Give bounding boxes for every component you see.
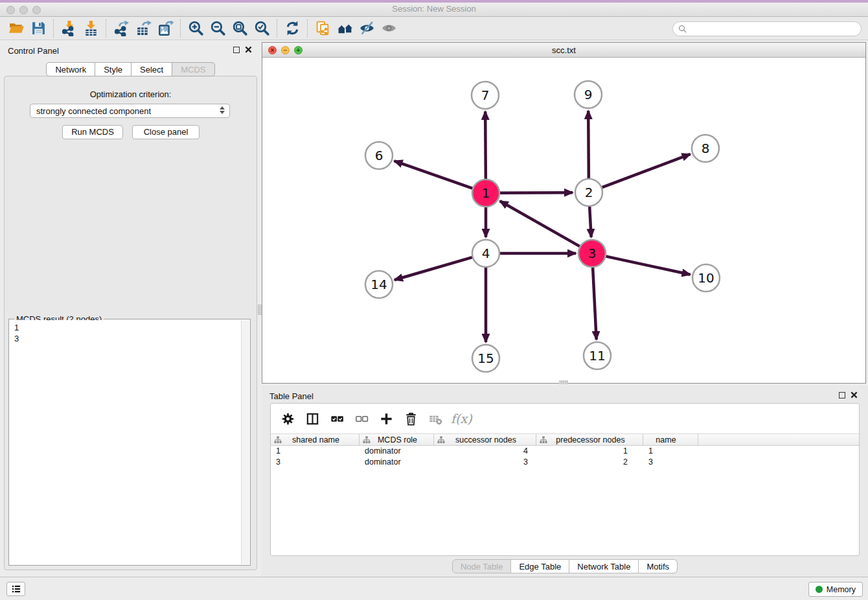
table-cell[interactable]: dominator [360,446,434,457]
run-mcds-button[interactable]: Run MCDS [62,125,123,139]
table-cell[interactable]: 3 [643,457,698,468]
table-cell[interactable]: dominator [360,457,434,468]
close-table-panel-icon[interactable] [851,391,858,398]
column-header-name[interactable]: name [643,434,698,445]
zoom-fit-button[interactable] [229,19,251,38]
accent-strip [0,0,868,3]
network-window-titlebar[interactable]: × − + scc.txt [262,43,865,58]
criterion-dropdown[interactable]: strongly connected component [30,104,230,118]
result-scrollbar[interactable] [241,320,249,564]
network-splitter-grip[interactable] [559,380,568,384]
export-image-button[interactable] [154,19,176,38]
zoom-selected-button[interactable] [251,19,273,38]
hide-network-button[interactable] [356,19,378,38]
graph-node-15[interactable]: 15 [472,345,499,372]
clone-network-button[interactable] [312,19,334,38]
search-box[interactable] [672,21,862,36]
column-header-predecessor-nodes[interactable]: predecessor nodes [536,434,643,445]
search-icon [678,25,687,33]
zoom-in-icon [188,20,204,36]
graph-node-10[interactable]: 10 [692,264,720,292]
table-row[interactable]: 1dominator411 [271,446,859,457]
table-settings-button[interactable] [277,408,298,429]
node-label-10: 10 [698,270,714,286]
graph-edge-3-10[interactable] [606,257,691,275]
graph-node-3[interactable]: 3 [578,240,606,267]
node-label-2: 2 [585,185,593,200]
table-cell[interactable]: 1 [536,446,643,457]
graph-edge-3-11[interactable] [593,268,597,340]
column-header-successor-nodes[interactable]: successor nodes [434,434,536,445]
save-session-button[interactable] [27,19,49,38]
zoom-fit-icon [232,20,248,36]
open-session-button[interactable] [5,19,27,38]
table-cell[interactable]: 3 [271,457,360,468]
export-network-button[interactable] [110,19,132,38]
import-table-button[interactable] [80,19,102,38]
delete-column-button[interactable] [400,408,421,429]
clone-network-icon [315,20,331,36]
table-cell[interactable]: 1 [643,446,698,457]
memory-button[interactable]: Memory [808,582,863,597]
graph-edge-2-9[interactable] [588,111,589,178]
table-tabbar: Node TableEdge TableNetwork TableMotifs [262,559,868,573]
graph-node-8[interactable]: 8 [692,135,719,162]
tab-motifs[interactable]: Motifs [639,559,678,573]
graph-edge-1-2[interactable] [500,192,573,193]
float-table-panel-icon[interactable] [839,392,845,398]
table-cell[interactable]: 3 [434,457,536,468]
tab-mcds[interactable]: MCDS [172,62,214,76]
network-canvas[interactable]: 7968124314101511 [262,58,865,384]
column-header-shared-name[interactable]: shared name [271,434,360,445]
zoom-in-button[interactable] [185,19,207,38]
graph-node-1[interactable]: 1 [472,179,499,207]
toggle-column-view-button[interactable] [302,408,323,429]
graph-edge-3-1[interactable] [500,201,580,246]
mcds-result-text[interactable]: 1 3 [10,320,241,564]
table-cell[interactable]: 2 [536,457,643,468]
tab-select[interactable]: Select [131,62,172,76]
column-header-mcds-role[interactable]: MCDS role [360,434,434,445]
select-all-button[interactable] [326,408,347,429]
network-title: scc.txt [262,45,865,55]
control-panel-tabbar: NetworkStyleSelectMCDS [0,62,261,76]
close-panel-button[interactable]: Close panel [132,125,200,139]
delete-table-button[interactable] [425,408,446,429]
export-table-button[interactable] [132,19,154,38]
add-column-button[interactable] [376,408,396,429]
tab-style[interactable]: Style [95,62,131,76]
show-panels-button[interactable] [6,582,25,596]
tab-network-table[interactable]: Network Table [569,559,639,573]
show-network-button[interactable] [378,19,400,38]
graph-edge-4-14[interactable] [394,257,472,280]
table-cell[interactable]: 1 [271,446,360,457]
unselect-all-button[interactable] [351,408,372,429]
graph-node-6[interactable]: 6 [365,142,393,169]
float-panel-icon[interactable] [233,47,240,53]
close-panel-icon[interactable] [245,46,252,53]
table-toolbar: f(x) [271,404,859,433]
tab-network[interactable]: Network [46,62,95,76]
graph-node-4[interactable]: 4 [472,240,499,267]
home-button[interactable] [334,19,356,38]
table-header-row: shared nameMCDS rolesuccessor nodesprede… [271,433,859,446]
tab-node-table[interactable]: Node Table [452,559,512,573]
graph-node-7[interactable]: 7 [472,82,499,109]
search-input[interactable] [690,25,856,34]
function-builder-button[interactable]: f(x) [451,411,472,426]
graph-edge-1-7[interactable] [485,111,486,179]
refresh-view-button[interactable] [281,19,303,38]
graph-node-2[interactable]: 2 [575,179,602,206]
graph-node-14[interactable]: 14 [365,271,393,298]
tab-edge-table[interactable]: Edge Table [511,559,569,573]
table-cell[interactable]: 4 [434,446,536,457]
zoom-out-button[interactable] [207,19,229,38]
graph-node-9[interactable]: 9 [575,81,602,108]
graph-node-11[interactable]: 11 [584,342,611,369]
import-network-button[interactable] [58,19,80,38]
table-row[interactable]: 3dominator323 [271,457,859,468]
graph-edge-1-6[interactable] [394,161,473,188]
graph-edge-2-3[interactable] [589,207,591,237]
export-table-icon [135,20,152,36]
graph-edge-2-8[interactable] [602,154,691,187]
